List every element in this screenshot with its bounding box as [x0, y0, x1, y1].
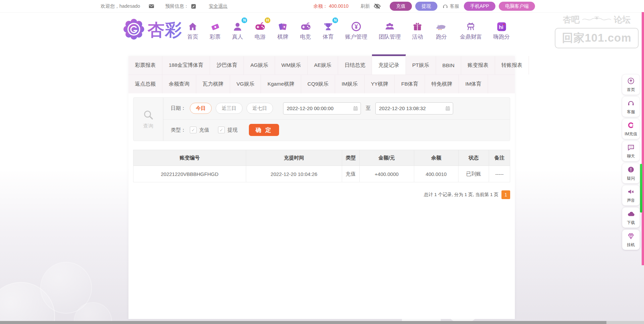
nav-item-live[interactable]: N 真人 [232, 19, 243, 41]
nav-item-esports[interactable]: 电竞 [300, 19, 312, 41]
rail-item-service[interactable]: 客服 [622, 97, 640, 117]
tab-im-tiyu[interactable]: IM体育 [459, 75, 488, 93]
tab-bbin[interactable]: BBIN [436, 56, 461, 75]
horizontal-scrollbar-thumb[interactable] [0, 321, 606, 324]
check-mark-icon: ✓ [219, 128, 223, 132]
vertical-scrollbar-track[interactable] [642, 12, 644, 265]
date-to-wrap [375, 102, 453, 114]
nav-item-cards[interactable]: 棋牌 [277, 19, 288, 41]
col-header-type: 类型 [342, 150, 360, 166]
tab-rijie-zonglan[interactable]: 日结总览 [338, 56, 372, 75]
nav-item-home[interactable]: 首页 [187, 19, 198, 41]
nav-item-jinding[interactable]: 金鼎财富 [460, 19, 482, 41]
tab-fandian-zonge[interactable]: 返点总额 [128, 75, 162, 93]
tab-temian-qipai[interactable]: 特免棋牌 [425, 75, 459, 93]
nav-item-promo[interactable]: 活动 [412, 19, 423, 41]
rail-item-download[interactable]: 下载 [622, 207, 640, 228]
page-1-button[interactable]: 1 [501, 190, 510, 199]
tab-ae-yule[interactable]: AE娱乐 [308, 56, 338, 75]
trophy-icon: N [323, 19, 334, 32]
range-today-button[interactable]: 今日 [190, 103, 212, 114]
search-icon [143, 109, 154, 122]
cell-record-id: 20221220VBBBHGFHGD [133, 166, 246, 182]
balance-value: 400.0010 [329, 3, 348, 9]
filter-rows: 日期： 今日 近三日 近七日 至 类 [163, 98, 510, 141]
tab-zhuanzhang-baobiao[interactable]: 转账报表 [495, 56, 529, 75]
yen-circle-icon [351, 19, 362, 32]
nav-item-hipaofen[interactable]: hi 嗨跑分 [493, 19, 510, 41]
tab-kgame-qipai[interactable]: Kgame棋牌 [261, 75, 301, 93]
nav-item-paofen[interactable]: 跑分 [434, 19, 448, 41]
recharge-button[interactable]: 充值 [390, 2, 412, 11]
tab-shaba-tiyu[interactable]: 沙巴体育 [210, 56, 244, 75]
cell-remark: ----- [489, 166, 510, 182]
nav-item-slots[interactable]: H 电游 [254, 19, 266, 41]
new-badge: N [332, 17, 338, 23]
nav-item-lottery[interactable]: 彩票 [210, 19, 221, 41]
type-label: 类型： [171, 127, 186, 133]
tab-188-jinbaobo[interactable]: 188金宝博体育 [162, 56, 210, 75]
new-badge: N [241, 17, 247, 23]
tab-chongti-jilu-active[interactable]: 充提记录 [372, 54, 406, 75]
edit-pencil-icon[interactable] [191, 4, 196, 9]
date-to-input[interactable] [375, 102, 453, 114]
rail-item-hangup[interactable]: 挂机 [622, 230, 640, 250]
col-header-amount: 金额/元 [359, 150, 414, 166]
tab-fb-tiyu[interactable]: FB体育 [395, 75, 425, 93]
tab-vg-yule[interactable]: VG娱乐 [230, 75, 261, 93]
range-3days-button[interactable]: 近三日 [216, 103, 243, 114]
brand-logo[interactable]: 杏彩 [123, 18, 182, 42]
date-from-wrap [283, 102, 361, 114]
checkbox-recharge[interactable]: ✓ [190, 127, 197, 133]
nav-item-account[interactable]: 账户管理 [345, 19, 367, 41]
nav-item-team[interactable]: 团队管理 [379, 19, 401, 41]
mail-icon[interactable] [148, 3, 155, 9]
customer-service-link[interactable]: 客服 [442, 3, 459, 9]
tab-wm-yule[interactable]: WM娱乐 [275, 56, 308, 75]
tab-yue-chaxun[interactable]: 余额查询 [162, 75, 196, 93]
gift-icon [412, 19, 423, 32]
cell-status: 已到账 [459, 166, 489, 182]
tab-row-2: 返点总额 余额查询 瓦力棋牌 VG娱乐 Kgame棋牌 CQ9娱乐 IM娱乐 Y… [128, 75, 515, 93]
rail-item-chat[interactable]: 聊天 [622, 141, 640, 161]
topbar-right: 余额：400.0010 刷新 充值 提现 客服 手机APP 电脑客户端 [314, 2, 535, 11]
floating-side-rail: 首页 客服 IM充值 聊天 疑问 声音 下载 [622, 75, 640, 250]
team-people-icon [384, 19, 395, 32]
im-recharge-c-icon [627, 121, 635, 131]
decor-balloon [40, 262, 92, 314]
date-filter-row: 日期： 今日 近三日 近七日 至 [163, 98, 510, 120]
rail-item-im-recharge[interactable]: IM充值 [622, 119, 640, 139]
headset-icon [442, 3, 448, 9]
tab-zhangbian-baobiao[interactable]: 账变报表 [461, 56, 495, 75]
calendar-icon[interactable] [445, 105, 451, 111]
cell-type: 充值 [342, 166, 360, 182]
tab-ag-yule[interactable]: AG娱乐 [244, 56, 275, 75]
withdraw-button[interactable]: 提现 [415, 2, 437, 11]
date-from-input[interactable] [283, 102, 361, 114]
eye-off-icon[interactable] [373, 2, 381, 10]
pc-client-button[interactable]: 电脑客户端 [499, 2, 535, 11]
logout-link[interactable]: 安全退出 [209, 3, 228, 9]
ding-cauldron-icon [465, 19, 476, 32]
vertical-scrollbar-thumb[interactable] [640, 164, 642, 213]
tab-wali-qipai[interactable]: 瓦力棋牌 [196, 75, 230, 93]
gem-icon [627, 232, 635, 241]
nav-item-sports[interactable]: N 体育 [323, 19, 334, 41]
hot-badge: H [265, 17, 270, 23]
confirm-button[interactable]: 确 定 [249, 124, 279, 136]
content-panel: 彩票报表 188金宝博体育 沙巴体育 AG娱乐 WM娱乐 AE娱乐 日结总览 充… [128, 56, 515, 319]
calendar-icon[interactable] [353, 105, 359, 111]
checkbox-withdraw[interactable]: ✓ [218, 127, 225, 133]
refresh-link[interactable]: 刷新 [361, 3, 370, 9]
mobile-app-button[interactable]: 手机APP [464, 2, 495, 11]
tab-im-yule[interactable]: IM娱乐 [335, 75, 364, 93]
range-7days-button[interactable]: 近七日 [247, 103, 273, 114]
pagination: 总计 1 个记录, 分为 1 页, 当前第 1 页 1 [133, 190, 510, 199]
rail-item-home[interactable]: 首页 [622, 75, 640, 95]
rail-item-question[interactable]: 疑问 [622, 163, 640, 183]
tab-yy-qipai[interactable]: YY棋牌 [365, 75, 395, 93]
rail-item-sound[interactable]: 声音 [622, 185, 640, 205]
tab-pt-yule[interactable]: PT娱乐 [406, 56, 436, 75]
tab-caipiao-baobiao[interactable]: 彩票报表 [128, 56, 162, 75]
tab-cq9-yule[interactable]: CQ9娱乐 [301, 75, 335, 93]
